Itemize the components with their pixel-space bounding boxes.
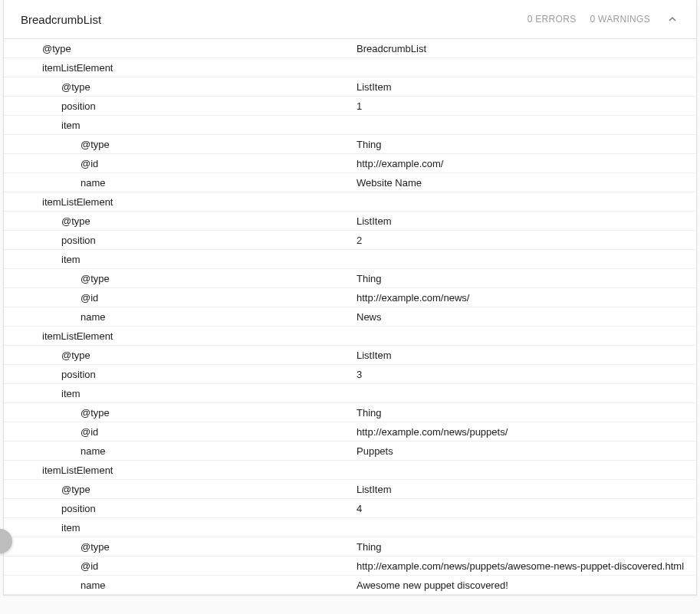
property-row: nameWebsite Name — [4, 173, 696, 192]
property-value: Puppets — [357, 442, 696, 460]
property-value: http://example.com/ — [357, 155, 696, 172]
property-row: itemListElement — [4, 192, 696, 212]
property-row: @typeThing — [4, 135, 696, 154]
property-row: item — [4, 518, 696, 537]
property-value: Website Name — [357, 174, 696, 192]
property-value: Thing — [357, 270, 696, 287]
errors-count: 0 ERRORS — [527, 14, 577, 25]
property-key: @type — [4, 538, 357, 556]
property-key: @id — [4, 423, 357, 441]
property-row: @typeListItem — [4, 480, 696, 499]
property-key: @type — [4, 40, 357, 57]
property-value: ListItem — [357, 481, 696, 498]
property-row: @idhttp://example.com/news/puppets/ — [4, 422, 696, 442]
property-key: item — [4, 117, 357, 134]
property-value: Thing — [357, 136, 696, 153]
property-key: @type — [4, 404, 357, 422]
property-value: 1 — [357, 97, 696, 115]
property-row: @typeThing — [4, 537, 696, 557]
property-key: itemListElement — [4, 327, 357, 345]
property-key: itemListElement — [4, 193, 357, 211]
property-value — [357, 64, 696, 71]
property-key: item — [4, 385, 357, 402]
property-row: nameAwesome new puppet discovered! — [4, 576, 696, 595]
property-key: itemListElement — [4, 59, 357, 77]
property-key: @type — [4, 346, 357, 364]
property-row: @typeThing — [4, 403, 696, 422]
property-row: @idhttp://example.com/news/puppets/aweso… — [4, 557, 696, 576]
property-value: http://example.com/news/puppets/ — [357, 423, 696, 441]
property-row: position3 — [4, 365, 696, 384]
property-row: nameNews — [4, 307, 696, 327]
property-key: item — [4, 251, 357, 268]
property-key: @type — [4, 481, 357, 498]
property-value — [357, 199, 696, 205]
property-value: http://example.com/news/puppets/awesome-… — [357, 557, 696, 575]
panel-title: BreadcrumbList — [21, 13, 101, 26]
property-row: position2 — [4, 231, 696, 250]
property-row: @typeListItem — [4, 212, 696, 231]
property-row: @typeBreadcrumbList — [4, 39, 696, 58]
property-row: @idhttp://example.com/news/ — [4, 288, 696, 307]
structured-data-panel: BreadcrumbList 0 ERRORS 0 WARNINGS @type… — [3, 0, 697, 596]
property-key: name — [4, 174, 357, 192]
property-key: position — [4, 500, 357, 517]
property-key: @id — [4, 289, 357, 307]
property-value — [357, 122, 696, 128]
property-value — [357, 256, 696, 262]
property-row: @typeListItem — [4, 77, 696, 97]
property-row: @typeThing — [4, 269, 696, 288]
property-value: News — [357, 308, 696, 326]
property-row: itemListElement — [4, 461, 696, 480]
property-value: ListItem — [357, 212, 696, 230]
property-key: @type — [4, 78, 357, 96]
property-row: namePuppets — [4, 442, 696, 461]
property-key: @id — [4, 557, 357, 575]
property-row: position4 — [4, 499, 696, 518]
property-key: name — [4, 442, 357, 460]
property-key: name — [4, 308, 357, 326]
property-row: position1 — [4, 97, 696, 116]
property-key: position — [4, 97, 357, 115]
property-key: @type — [4, 212, 357, 230]
property-value: Thing — [357, 538, 696, 556]
property-key: name — [4, 576, 357, 594]
property-value: ListItem — [357, 346, 696, 364]
property-row: item — [4, 384, 696, 403]
property-row: item — [4, 250, 696, 269]
chevron-up-icon[interactable] — [664, 11, 681, 28]
property-value: http://example.com/news/ — [357, 289, 696, 307]
property-value: BreadcrumbList — [357, 40, 696, 57]
property-value — [357, 333, 696, 339]
property-key: item — [4, 519, 357, 537]
property-value: 2 — [357, 231, 696, 249]
property-value — [357, 524, 696, 530]
property-row: @idhttp://example.com/ — [4, 154, 696, 173]
property-value — [357, 467, 696, 473]
property-key: @type — [4, 270, 357, 287]
property-value: Awesome new puppet discovered! — [357, 576, 696, 594]
property-key: itemListElement — [4, 461, 357, 479]
property-value: 4 — [357, 500, 696, 517]
property-row: @typeListItem — [4, 346, 696, 365]
warnings-count: 0 WARNINGS — [590, 14, 650, 25]
property-row: itemListElement — [4, 58, 696, 77]
property-key: position — [4, 231, 357, 249]
property-list: @typeBreadcrumbListitemListElement@typeL… — [4, 39, 696, 595]
property-value — [357, 390, 696, 396]
property-value: 3 — [357, 366, 696, 383]
property-row: item — [4, 116, 696, 135]
panel-header[interactable]: BreadcrumbList 0 ERRORS 0 WARNINGS — [4, 0, 696, 39]
property-key: @id — [4, 155, 357, 172]
property-row: itemListElement — [4, 327, 696, 346]
property-value: ListItem — [357, 78, 696, 96]
property-key: position — [4, 366, 357, 383]
property-value: Thing — [357, 404, 696, 422]
property-key: @type — [4, 136, 357, 153]
